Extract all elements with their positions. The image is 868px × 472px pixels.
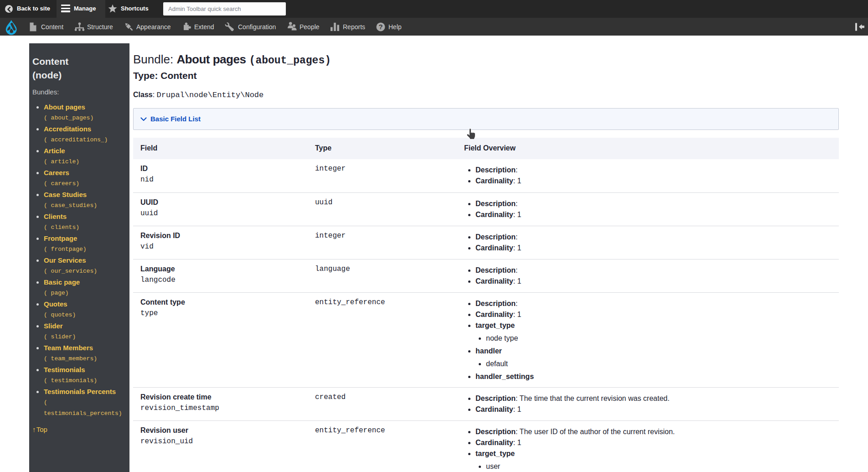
svg-text:?: ?: [378, 23, 382, 31]
